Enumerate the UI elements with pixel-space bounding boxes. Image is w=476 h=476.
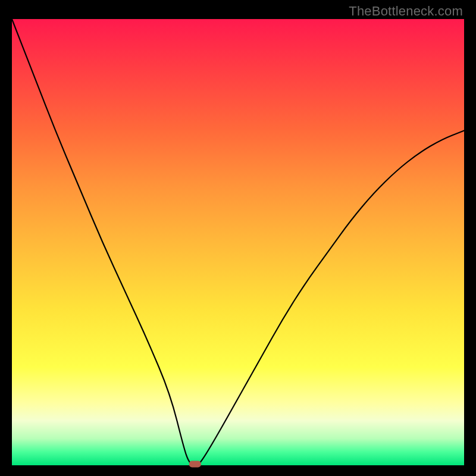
- chart-frame: TheBottleneck.com: [0, 0, 476, 476]
- curve-svg: [12, 19, 464, 465]
- bottleneck-curve: [12, 19, 464, 465]
- minimum-marker: [189, 461, 201, 468]
- plot-area: [12, 19, 464, 465]
- watermark-text: TheBottleneck.com: [349, 4, 463, 19]
